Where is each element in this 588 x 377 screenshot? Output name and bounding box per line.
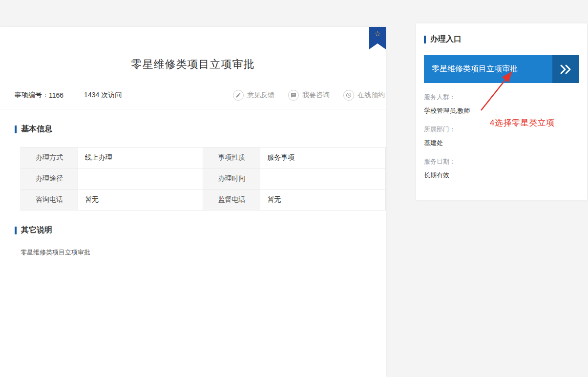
consult-label: 我要咨询	[302, 91, 330, 100]
table-row: 咨询电话 暂无 监督电话 暂无	[21, 189, 386, 210]
item-number: 1166	[49, 91, 63, 99]
feedback-button[interactable]: 意见反馈	[233, 90, 274, 101]
entry-button-main: 零星维修类项目立项审批	[424, 55, 552, 83]
divider	[0, 109, 386, 109]
table-cell-label: 办理时间	[203, 168, 260, 189]
double-chevron-icon	[552, 55, 579, 83]
detail-panel: ☆ 零星维修类项目立项审批 事项编号：1166 1434 次访问 意见反馈 我要…	[0, 27, 386, 377]
table-cell-label: 办理方式	[21, 147, 78, 168]
meta-row: 事项编号：1166 1434 次访问 意见反馈 我要咨询 在线预约	[15, 89, 386, 101]
entry-button[interactable]: 零星维修类项目立项审批	[424, 55, 579, 83]
basic-info-title: 基本信息	[21, 124, 52, 134]
feedback-label: 意见反馈	[247, 91, 274, 100]
visit-count: 1434 次访问	[84, 91, 122, 100]
department-value: 基建处	[424, 139, 579, 147]
service-date-label: 服务日期：	[424, 157, 579, 166]
page-title: 零星维修类项目立项审批	[0, 27, 386, 72]
table-cell-label: 咨询电话	[21, 189, 78, 210]
basic-info-header: 基本信息	[15, 124, 386, 134]
item-meta: 事项编号：1166 1434 次访问	[15, 91, 122, 100]
table-cell-value	[260, 168, 386, 189]
table-cell-value: 服务事项	[260, 147, 386, 168]
clock-icon	[343, 90, 354, 101]
entry-header: 办理入口	[424, 34, 579, 44]
comment-icon	[288, 90, 299, 101]
item-number-label: 事项编号：	[15, 91, 49, 100]
consult-button[interactable]: 我要咨询	[288, 90, 330, 101]
reserve-label: 在线预约	[357, 91, 385, 100]
section-bar	[424, 36, 426, 43]
table-cell-value: 暂无	[260, 189, 386, 210]
service-group-label: 服务人群：	[424, 93, 579, 102]
service-date-value: 长期有效	[424, 171, 579, 180]
service-group-field: 服务人群： 学校管理员,教师	[424, 93, 579, 115]
entry-title: 办理入口	[430, 34, 462, 44]
service-group-value: 学校管理员,教师	[424, 106, 579, 115]
table-cell-value	[78, 168, 203, 189]
service-date-field: 服务日期： 长期有效	[424, 157, 579, 180]
table-cell-value: 线上办理	[78, 147, 203, 168]
other-info-text: 零星维修类项目立项审批	[21, 248, 386, 257]
basic-info-table: 办理方式 线上办理 事项性质 服务事项 办理途径 办理时间 咨询电话 暂无 监督…	[21, 147, 386, 210]
section-bar	[15, 227, 17, 234]
reserve-button[interactable]: 在线预约	[343, 90, 385, 101]
table-cell-value: 暂无	[78, 189, 203, 210]
section-bar	[15, 126, 17, 133]
annotation-text: 4选择零星类立项	[490, 117, 554, 128]
table-cell-label: 监督电话	[203, 189, 260, 210]
star-icon: ☆	[374, 30, 380, 37]
table-cell-label: 事项性质	[203, 147, 260, 168]
other-info-title: 其它说明	[21, 225, 52, 235]
entry-button-label: 零星维修类项目立项审批	[432, 64, 518, 74]
table-row: 办理方式 线上办理 事项性质 服务事项	[21, 147, 386, 168]
table-cell-label: 办理途径	[21, 168, 78, 189]
action-buttons: 意见反馈 我要咨询 在线预约	[219, 90, 385, 101]
entry-panel: 办理入口 零星维修类项目立项审批 服务人群： 学校管理员,教师 所属部门： 基建…	[416, 23, 587, 200]
table-row: 办理途径 办理时间	[21, 168, 386, 189]
pencil-icon	[233, 90, 244, 101]
other-info-header: 其它说明	[15, 225, 386, 235]
